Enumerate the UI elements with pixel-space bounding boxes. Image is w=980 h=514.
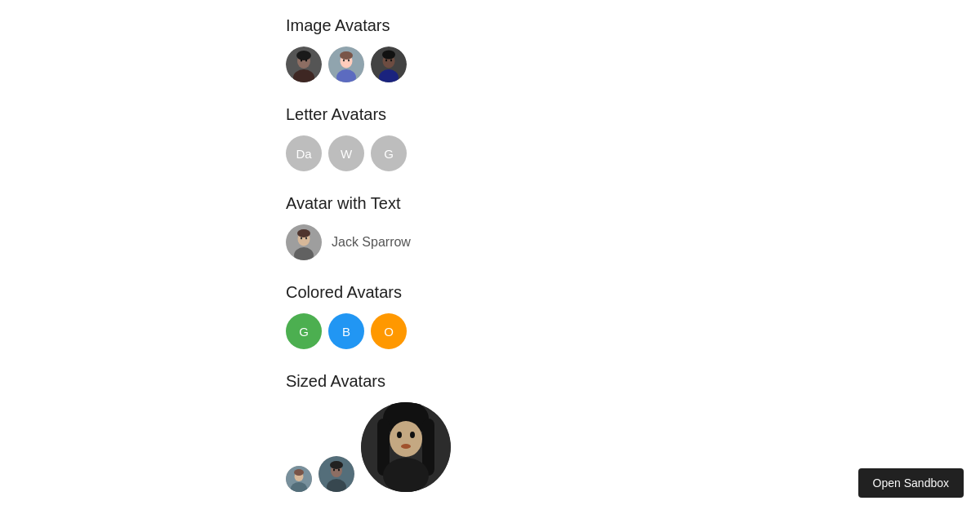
svg-point-4 xyxy=(301,60,302,62)
colored-avatar-o: O xyxy=(371,313,407,349)
letter-avatar-w: W xyxy=(328,135,364,171)
svg-point-33 xyxy=(338,469,340,472)
image-avatar-3 xyxy=(371,47,407,82)
sized-avatars-title: Sized Avatars xyxy=(286,372,694,391)
colored-avatars-row: G B O xyxy=(286,313,694,349)
sized-avatars-row xyxy=(286,402,694,492)
svg-point-8 xyxy=(340,51,353,60)
colored-avatar-g: G xyxy=(286,313,322,349)
svg-point-10 xyxy=(343,60,345,62)
avatar-with-text-row: Jack Sparrow xyxy=(286,224,694,260)
svg-point-22 xyxy=(301,237,302,240)
avatar-with-text-title: Avatar with Text xyxy=(286,194,694,213)
svg-point-40 xyxy=(410,432,415,438)
letter-avatars-title: Letter Avatars xyxy=(286,105,694,124)
svg-point-16 xyxy=(385,60,387,62)
svg-point-39 xyxy=(397,432,402,438)
colored-avatar-b: B xyxy=(328,313,364,349)
svg-point-30 xyxy=(330,461,343,469)
avatar-with-text-section: Avatar with Text Jack Sparrow xyxy=(286,194,694,260)
svg-point-26 xyxy=(294,469,304,476)
letter-avatars-row: Da W G xyxy=(286,135,694,171)
sized-avatar-sm xyxy=(286,466,312,492)
image-avatar-1 xyxy=(286,47,322,82)
colored-avatars-section: Colored Avatars G B O xyxy=(286,283,694,349)
sized-avatar-lg xyxy=(361,402,451,492)
image-avatar-2 xyxy=(328,47,364,82)
image-avatars-title: Image Avatars xyxy=(286,16,694,35)
sized-avatar-md xyxy=(318,456,354,492)
jack-sparrow-name: Jack Sparrow xyxy=(332,235,411,250)
jack-sparrow-avatar xyxy=(286,224,322,260)
image-avatars-section: Image Avatars xyxy=(286,16,694,82)
svg-point-5 xyxy=(305,60,307,62)
svg-point-41 xyxy=(401,444,411,449)
svg-point-23 xyxy=(305,237,307,240)
svg-point-17 xyxy=(390,60,392,62)
svg-point-42 xyxy=(383,458,429,492)
main-container: Image Avatars xyxy=(0,0,980,514)
svg-point-11 xyxy=(348,60,350,62)
colored-avatars-title: Colored Avatars xyxy=(286,283,694,302)
letter-avatar-da: Da xyxy=(286,135,322,171)
letter-avatars-section: Letter Avatars Da W G xyxy=(286,105,694,171)
image-avatars-row xyxy=(286,47,694,82)
svg-point-38 xyxy=(390,421,422,457)
open-sandbox-button[interactable]: Open Sandbox xyxy=(858,468,964,498)
svg-point-2 xyxy=(296,51,311,60)
svg-point-20 xyxy=(297,229,310,237)
sized-avatars-section: Sized Avatars xyxy=(286,372,694,492)
svg-point-32 xyxy=(333,469,335,472)
letter-avatar-g: G xyxy=(371,135,407,171)
svg-point-14 xyxy=(382,51,395,60)
